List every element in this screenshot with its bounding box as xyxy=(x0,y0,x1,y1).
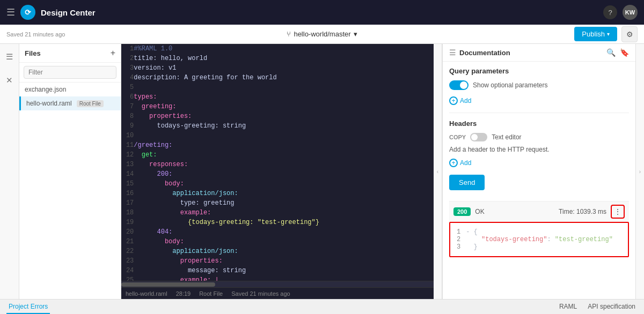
file-name: exchange.json xyxy=(25,86,66,93)
response-options-button[interactable]: ⋮ xyxy=(611,205,625,219)
line-content: 200: xyxy=(134,169,434,179)
bookmark-icon[interactable]: 🔖 xyxy=(620,48,629,57)
headers-section: Headers COPY Text editor Add a header to… xyxy=(449,119,629,167)
line-content: example: | xyxy=(134,275,434,281)
topbar-actions: Publish ▾ ⚙ xyxy=(574,26,638,42)
main-content: ☰ ✕ Files + exchange.json hello-world.ra… xyxy=(0,44,644,299)
line-number: 13 xyxy=(121,160,134,169)
line-content: example: xyxy=(134,208,434,218)
line-number: 9 xyxy=(121,121,134,131)
file-type-label: Root File xyxy=(199,290,223,297)
code-scrollbar[interactable] xyxy=(121,281,434,287)
code-line: 15 body: xyxy=(121,179,434,189)
resp-code-line-2: 2 "todays-greeting": "test-greeting" xyxy=(457,236,621,243)
line-number: 12 xyxy=(121,150,134,160)
user-avatar[interactable]: KW xyxy=(623,5,638,20)
copy-button[interactable]: COPY xyxy=(449,134,466,140)
code-line: 14 200: xyxy=(121,169,434,179)
line-content: title: hello, world xyxy=(134,54,434,63)
right-expand-handle[interactable]: › xyxy=(635,44,644,299)
sidebar-files-icon[interactable]: ☰ xyxy=(2,49,17,64)
raml-tab[interactable]: RAML xyxy=(557,303,579,311)
line-number: 3 xyxy=(121,63,134,73)
show-optional-toggle[interactable] xyxy=(449,80,469,90)
code-line: 25 example: | xyxy=(121,275,434,281)
line-content: application/json: xyxy=(134,246,434,256)
response-time: Time: 1039.3 ms xyxy=(559,208,606,215)
code-line: 12 get: xyxy=(121,150,434,160)
settings-button[interactable]: ⚙ xyxy=(621,26,638,42)
help-button[interactable]: ? xyxy=(603,5,617,19)
add-label: Add xyxy=(460,159,471,167)
text-editor-toggle[interactable] xyxy=(470,133,487,141)
file-search xyxy=(19,63,121,83)
publish-label: Publish xyxy=(582,30,605,38)
response-area: 200 OK Time: 1039.3 ms ⋮ 1 - { 2 "todays… xyxy=(449,201,629,257)
code-line: 20 404: xyxy=(121,227,434,237)
line-number: 17 xyxy=(121,198,134,208)
toggle-sm-thumb xyxy=(471,134,478,140)
code-area[interactable]: 1#%RAML 1.02title: hello, world3version:… xyxy=(121,44,434,281)
project-errors-tab[interactable]: Project Errors xyxy=(6,300,50,314)
code-line: 1#%RAML 1.0 xyxy=(121,44,434,54)
file-panel: Files + exchange.json hello-world.raml R… xyxy=(19,44,121,299)
add-query-param-button[interactable]: + Add xyxy=(449,96,629,105)
publish-button[interactable]: Publish ▾ xyxy=(574,27,617,41)
api-specification-tab[interactable]: API specification xyxy=(586,303,638,311)
code-line: 18 example: xyxy=(121,208,434,218)
code-line: 5 xyxy=(121,83,434,92)
line-number: 10 xyxy=(121,131,134,140)
topbar-right: ? KW xyxy=(603,5,638,20)
add-file-button[interactable]: + xyxy=(111,48,115,58)
file-item[interactable]: hello-world.raml Root File xyxy=(19,96,121,110)
app-logo: ⟳ xyxy=(20,5,35,20)
search-input[interactable] xyxy=(24,66,116,79)
line-content: version: v1 xyxy=(134,63,434,73)
file-list: exchange.json hello-world.raml Root File xyxy=(19,83,121,299)
file-item[interactable]: exchange.json xyxy=(19,83,121,96)
query-params-section: Query parameters Show optional parameter… xyxy=(449,67,629,105)
code-bottom-bar: hello-world.raml 28:19 Root File Saved 2… xyxy=(121,287,434,299)
line-number: 16 xyxy=(121,189,134,198)
code-line: 8 properties: xyxy=(121,111,434,121)
line-number: 11 xyxy=(121,140,134,150)
right-panel-header: ☰ Documentation 🔍 🔖 xyxy=(443,44,635,62)
status-text: OK xyxy=(475,208,484,215)
line-content: greeting: xyxy=(134,102,434,111)
code-table: 1#%RAML 1.02title: hello, world3version:… xyxy=(121,44,434,281)
line-number: 18 xyxy=(121,208,134,218)
line-content: description: A greeting for the world xyxy=(134,73,434,83)
line-number: 6 xyxy=(121,92,134,102)
line-number: 2 xyxy=(121,54,134,63)
status-badge: 200 xyxy=(453,207,471,216)
sidebar-tools-icon[interactable]: ✕ xyxy=(2,73,17,88)
code-line: 3version: v1 xyxy=(121,63,434,73)
resp-text: - { xyxy=(466,228,478,236)
plus-icon: + xyxy=(449,96,458,105)
add-header-button[interactable]: + Add xyxy=(449,159,629,167)
line-number: 5 xyxy=(121,83,134,92)
menu-icon[interactable]: ☰ xyxy=(6,6,15,18)
code-line: 17 type: greeting xyxy=(121,198,434,208)
bottom-tab-right: RAML API specification xyxy=(557,303,638,311)
right-panel-body: Query parameters Show optional parameter… xyxy=(443,62,635,299)
right-collapse-handle[interactable]: ‹ xyxy=(434,44,442,299)
line-content xyxy=(134,83,434,92)
search-icon[interactable]: 🔍 xyxy=(606,48,616,57)
code-line: 6types: xyxy=(121,92,434,102)
line-number: 4 xyxy=(121,73,134,83)
response-code: 1 - { 2 "todays-greeting": "test-greetin… xyxy=(450,223,628,256)
http-request-desc: Add a header to the HTTP request. xyxy=(449,146,629,153)
branch-selector[interactable]: ⑂ hello-world/master ▾ xyxy=(287,30,357,38)
file-name: hello-world.raml xyxy=(26,100,72,107)
file-panel-header: Files + xyxy=(19,44,121,63)
show-optional-row: Show optional parameters xyxy=(449,80,629,90)
code-editor: 1#%RAML 1.02title: hello, world3version:… xyxy=(121,44,434,299)
line-number: 23 xyxy=(121,256,134,266)
send-button[interactable]: Send xyxy=(449,175,485,190)
line-num: 1 xyxy=(457,228,466,236)
right-panel: ☰ Documentation 🔍 🔖 Query parameters Sho… xyxy=(442,44,635,299)
text-editor-label: Text editor xyxy=(492,133,521,141)
code-line: 2title: hello, world xyxy=(121,54,434,63)
line-content: properties: xyxy=(134,256,434,266)
